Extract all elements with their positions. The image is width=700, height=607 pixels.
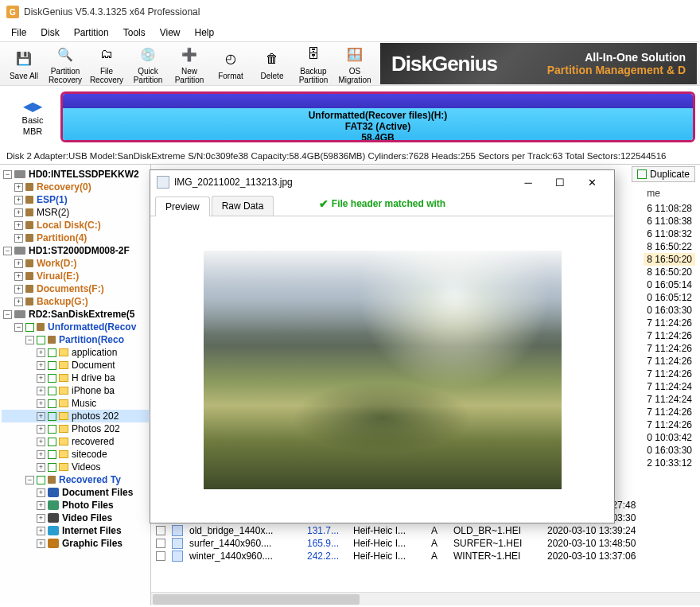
expand-icon[interactable]: + [37,488,45,497]
tree-node[interactable]: +recovered [2,435,149,448]
expand-icon[interactable]: + [14,259,23,268]
expand-icon[interactable]: + [14,208,23,217]
checkbox-icon[interactable] [48,425,56,434]
tb-save-all[interactable]: 💾Save All [3,43,45,84]
time-cell[interactable]: 0 10:03:42 [644,431,695,444]
tree-node[interactable]: +Photo Files [2,499,149,512]
time-cell[interactable]: 8 16:50:20 [644,253,695,266]
time-cell[interactable]: 8 16:50:20 [644,266,695,278]
checkbox-icon[interactable] [48,361,56,370]
checkbox-icon[interactable] [25,323,34,332]
time-cell[interactable]: 0 16:05:14 [644,278,695,291]
checkbox-icon[interactable] [48,438,56,446]
time-cell[interactable]: 7 11:24:24 [644,380,695,393]
tree-node[interactable]: +ESP(1) [2,193,149,206]
time-cell[interactable]: 7 11:24:26 [644,355,695,368]
expand-icon[interactable]: + [37,539,45,548]
time-cell[interactable]: 7 11:24:26 [644,342,695,355]
expand-icon[interactable]: + [37,463,45,472]
time-cell[interactable]: 0 16:03:30 [644,444,695,457]
tb-os-migration[interactable]: 🪟OS Migration [334,43,375,84]
tb-new-partition[interactable]: ➕New Partition [169,43,210,84]
time-cell[interactable]: 6 11:08:28 [644,202,695,215]
tree-node[interactable]: +Graphic Files [2,537,149,550]
disk-tree[interactable]: −HD0:INTELSSDPEKKW2+Recovery(0)+ESP(1)+M… [0,165,151,605]
tree-node[interactable]: +Virual(E:) [2,270,149,282]
tree-node[interactable]: −Partition(Reco [2,333,149,346]
close-button[interactable]: ✕ [576,171,608,193]
expand-icon[interactable]: + [14,272,23,281]
tb-file-recovery[interactable]: 🗂File Recovery [86,43,127,84]
expand-icon[interactable]: + [37,412,45,421]
expand-icon[interactable]: + [37,374,45,383]
checkbox-icon[interactable] [48,387,56,395]
tree-node[interactable]: +Recovery(0) [2,181,149,193]
expand-icon[interactable]: − [14,323,23,332]
tree-node[interactable]: +Document [2,359,149,372]
menu-view[interactable]: View [154,25,187,40]
expand-icon[interactable]: + [14,196,23,204]
tree-node[interactable]: +Local Disk(C:) [2,219,149,232]
tb-partition-recovery[interactable]: 🔍Partition Recovery [45,43,86,84]
file-row[interactable]: old_bridge_1440x...131.7...Heif-Heic I..… [151,524,700,537]
expand-icon[interactable]: − [3,170,12,179]
preview-titlebar[interactable]: IMG_20211002_113213.jpg ─ ☐ ✕ [150,170,614,194]
tree-node[interactable]: +MSR(2) [2,206,149,219]
scrollbar-thumb[interactable] [153,594,360,605]
partition-bar[interactable]: Unformatted(Recover files)(H:) FAT32 (Ac… [60,91,695,142]
checkbox-icon[interactable] [48,348,56,357]
tree-node[interactable]: +photos 202 [2,410,149,422]
tree-node[interactable]: +Photos 202 [2,422,149,435]
expand-icon[interactable]: − [25,336,34,344]
time-cell[interactable]: 0 16:03:30 [644,304,695,317]
expand-icon[interactable]: + [37,361,45,370]
time-cell[interactable]: 7 11:24:26 [644,406,695,418]
expand-icon[interactable]: + [37,514,45,523]
tree-node[interactable]: +Videos [2,461,149,473]
tree-node[interactable]: −Unformatted(Recov [2,321,149,333]
time-cell[interactable]: 7 11:24:26 [644,317,695,329]
expand-icon[interactable]: + [37,387,45,395]
tree-node[interactable]: +iPhone ba [2,384,149,397]
tree-node[interactable]: −Recovered Ty [2,473,149,486]
checkbox-icon[interactable] [48,412,56,421]
checkbox-icon[interactable] [48,450,56,459]
tree-node[interactable]: −HD1:ST2000DM008-2F [2,244,149,257]
expand-icon[interactable]: + [14,285,23,294]
menu-disk[interactable]: Disk [34,25,65,40]
time-cell[interactable]: 7 11:24:26 [644,368,695,380]
expand-icon[interactable]: + [37,399,45,408]
maximize-button[interactable]: ☐ [544,171,576,193]
tab-preview[interactable]: Preview [155,196,210,216]
expand-icon[interactable]: + [14,234,23,243]
duplicate-toggle[interactable]: Duplicate [632,166,695,182]
tree-node[interactable]: +Partition(4) [2,232,149,244]
file-row[interactable]: surfer_1440x960....165.9...Heif-Heic I..… [151,537,700,550]
tree-node[interactable]: +Internet Files [2,524,149,537]
menu-help[interactable]: Help [189,25,221,40]
tab-raw-data[interactable]: Raw Data [212,196,274,216]
expand-icon[interactable]: + [37,425,45,434]
file-row[interactable]: winter_1440x960....242.2...Heif-Heic I..… [151,550,700,562]
tree-node[interactable]: −HD0:INTELSSDPEKKW2 [2,168,149,181]
checkbox-icon[interactable] [37,336,45,344]
minimize-button[interactable]: ─ [512,171,544,193]
checkbox-icon[interactable] [37,476,45,484]
tree-node[interactable]: +application [2,346,149,359]
tb-delete[interactable]: 🗑Delete [251,43,293,84]
expand-icon[interactable]: + [14,221,23,230]
time-cell[interactable]: 6 11:08:32 [644,228,695,240]
menu-tools[interactable]: Tools [117,25,152,40]
time-cell[interactable]: 6 11:08:38 [644,215,695,228]
time-cell[interactable]: 0 16:05:12 [644,291,695,304]
expand-icon[interactable]: − [3,310,12,319]
tree-node[interactable]: +Documents(F:) [2,282,149,295]
column-header-time[interactable]: me [644,187,695,202]
tb-quick-partition[interactable]: 💿Quick Partition [127,43,169,84]
checkbox-icon[interactable] [156,551,165,561]
horizontal-scrollbar[interactable] [151,592,700,605]
tree-node[interactable]: +Work(D:) [2,257,149,270]
time-cell[interactable]: 2 10:33:12 [644,457,695,469]
expand-icon[interactable]: + [14,183,23,192]
tree-node[interactable]: +H drive ba [2,372,149,384]
